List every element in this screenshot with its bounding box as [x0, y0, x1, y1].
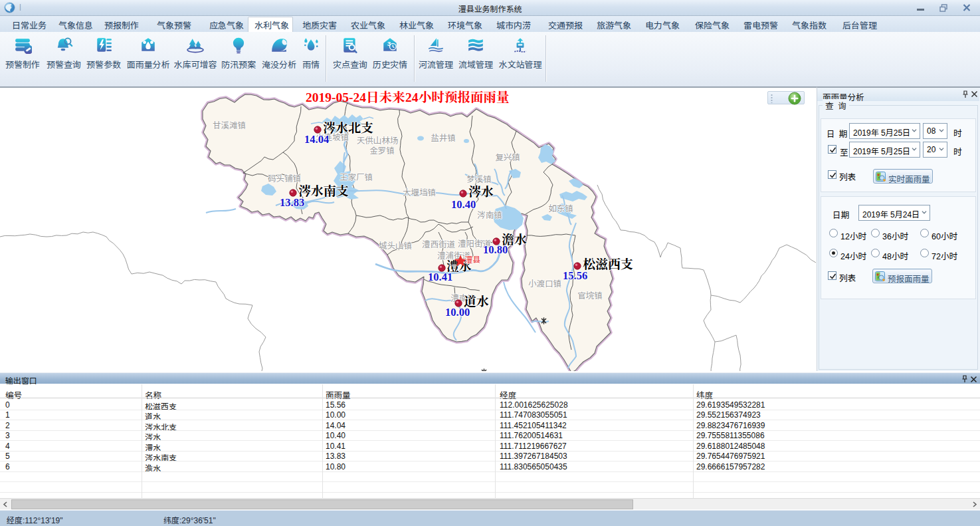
svg-text:大堰垱镇: 大堰垱镇 — [403, 188, 436, 197]
svg-text:日未来: 日未来 — [366, 90, 405, 104]
svg-text:码头铺镇: 码头铺镇 — [268, 174, 301, 184]
svg-text:梦溪镇: 梦溪镇 — [466, 175, 492, 184]
svg-text:涔水南支: 涔水南支 — [298, 184, 349, 198]
svg-text:复兴镇: 复兴镇 — [495, 153, 520, 162]
svg-text:松滋西支: 松滋西支 — [583, 257, 633, 271]
svg-text:13.83: 13.83 — [280, 196, 304, 209]
svg-text:澧: 澧 — [464, 255, 472, 265]
svg-text:14.04: 14.04 — [304, 133, 329, 146]
svg-text:24: 24 — [405, 90, 419, 104]
svg-text:涔水北支: 涔水北支 — [323, 121, 373, 135]
svg-text:2019-05-24: 2019-05-24 — [306, 90, 366, 104]
svg-text:王家厂镇: 王家厂镇 — [340, 173, 373, 182]
svg-text:甘溪滩镇: 甘溪滩镇 — [213, 121, 246, 130]
svg-text:城头山镇: 城头山镇 — [379, 241, 412, 251]
svg-text:小时预报面雨量: 小时预报面雨量 — [419, 90, 510, 104]
svg-text:涔水: 涔水 — [468, 185, 494, 199]
svg-text:10.41: 10.41 — [428, 271, 452, 283]
svg-text:官垸镇: 官垸镇 — [577, 291, 603, 301]
svg-text:如东镇: 如东镇 — [548, 203, 573, 213]
svg-text:县: 县 — [472, 255, 480, 265]
svg-text:涔南镇: 涔南镇 — [477, 211, 502, 220]
svg-text:10.80: 10.80 — [483, 243, 508, 256]
svg-text:小渡口镇: 小渡口镇 — [528, 279, 561, 289]
svg-text:15.56: 15.56 — [563, 269, 587, 282]
svg-text:天供山林场: 天供山林场 — [357, 136, 399, 146]
svg-text:10.00: 10.00 — [445, 306, 470, 319]
svg-text:10.40: 10.40 — [451, 198, 476, 211]
svg-text:盐井镇: 盐井镇 — [431, 133, 456, 143]
svg-text:澧西街道: 澧西街道 — [422, 240, 456, 249]
svg-text:金罗镇: 金罗镇 — [369, 146, 395, 156]
